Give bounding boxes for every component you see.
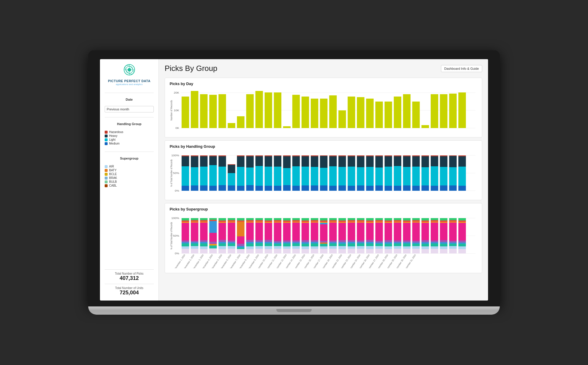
svg-rect-268 xyxy=(265,246,272,249)
svg-rect-438 xyxy=(440,242,447,244)
svg-rect-226 xyxy=(228,218,235,220)
svg-rect-336 xyxy=(338,222,346,223)
svg-rect-136 xyxy=(375,156,383,167)
svg-rect-144 xyxy=(394,156,401,166)
svg-rect-207 xyxy=(200,246,208,249)
svg-rect-429 xyxy=(431,242,438,243)
svg-rect-371 xyxy=(375,220,383,222)
svg-rect-433 xyxy=(440,218,447,220)
svg-rect-344 xyxy=(348,220,355,222)
svg-rect-294 xyxy=(292,243,300,246)
svg-rect-147 xyxy=(403,155,411,156)
svg-rect-189 xyxy=(182,246,189,249)
svg-rect-56 xyxy=(191,156,198,167)
svg-rect-455 xyxy=(458,240,466,243)
svg-rect-31 xyxy=(348,97,355,128)
svg-rect-367 xyxy=(366,243,374,246)
svg-rect-406 xyxy=(412,218,420,220)
svg-rect-394 xyxy=(394,243,401,246)
svg-rect-253 xyxy=(255,220,263,222)
svg-rect-133 xyxy=(366,167,374,186)
svg-rect-137 xyxy=(375,167,383,185)
bulb-dot xyxy=(105,180,108,183)
svg-rect-439 xyxy=(440,244,447,246)
screen-bezel: PICTURE PERFECT DATA applications and an… xyxy=(88,50,500,306)
svg-rect-30 xyxy=(338,110,346,128)
heavy-dot xyxy=(105,135,108,137)
svg-rect-61 xyxy=(200,167,208,185)
svg-rect-209 xyxy=(209,218,217,220)
svg-rect-417 xyxy=(422,222,429,223)
svg-rect-126 xyxy=(348,186,355,191)
svg-rect-281 xyxy=(283,222,291,223)
svg-rect-341 xyxy=(338,246,346,249)
svg-rect-101 xyxy=(292,166,300,186)
svg-rect-130 xyxy=(357,185,365,191)
svg-rect-380 xyxy=(385,220,392,222)
svg-rect-25 xyxy=(292,95,300,128)
svg-rect-353 xyxy=(357,220,365,222)
svg-rect-275 xyxy=(274,243,281,244)
cabl-label: CABL xyxy=(109,184,117,187)
svg-rect-286 xyxy=(283,246,291,249)
svg-rect-270 xyxy=(274,218,281,220)
svg-rect-141 xyxy=(385,167,392,186)
svg-rect-302 xyxy=(302,242,309,244)
svg-rect-120 xyxy=(338,156,346,167)
svg-rect-440 xyxy=(440,246,447,249)
svg-rect-110 xyxy=(311,185,318,191)
svg-rect-276 xyxy=(274,244,281,246)
svg-rect-21 xyxy=(255,91,263,128)
svg-rect-59 xyxy=(200,155,208,156)
supergroup-legend: AIR BATY BCLE BRAK xyxy=(105,165,154,188)
svg-rect-241 xyxy=(237,248,245,249)
svg-rect-139 xyxy=(385,155,392,156)
svg-rect-204 xyxy=(200,240,208,242)
svg-text:Number of Records: Number of Records xyxy=(170,100,173,121)
svg-rect-376 xyxy=(375,244,383,246)
logo-text-sub: applications and analytics xyxy=(116,83,143,86)
svg-rect-245 xyxy=(246,222,254,223)
svg-rect-290 xyxy=(292,222,300,223)
svg-rect-149 xyxy=(403,167,411,185)
svg-rect-156 xyxy=(422,156,429,167)
svg-rect-214 xyxy=(209,244,217,245)
cabl-dot xyxy=(105,184,108,187)
svg-rect-288 xyxy=(292,218,300,220)
svg-rect-397 xyxy=(403,218,411,220)
svg-rect-423 xyxy=(422,249,429,253)
svg-rect-358 xyxy=(357,243,365,246)
svg-rect-396 xyxy=(394,249,401,253)
picks-by-handling-svg: 100% 50% 0% % of Total Number of Records xyxy=(170,151,477,195)
svg-rect-372 xyxy=(375,222,383,223)
svg-rect-374 xyxy=(375,241,383,243)
svg-rect-412 xyxy=(412,244,420,246)
info-guide-button[interactable]: Dashboard Info & Guide xyxy=(441,65,482,72)
baty-dot xyxy=(105,169,108,172)
svg-rect-170 xyxy=(449,185,457,191)
svg-rect-23 xyxy=(274,92,281,128)
svg-rect-238 xyxy=(237,236,245,244)
picks-by-supergroup-container: 100% 50% 0% % of Total Number of Records xyxy=(170,214,477,269)
brak-dot xyxy=(105,177,108,180)
svg-rect-306 xyxy=(311,218,318,220)
svg-rect-334 xyxy=(338,218,346,220)
svg-rect-107 xyxy=(311,155,318,156)
svg-rect-72 xyxy=(228,165,235,173)
svg-rect-115 xyxy=(329,155,337,156)
svg-rect-404 xyxy=(403,246,411,249)
svg-rect-244 xyxy=(246,220,254,222)
svg-rect-274 xyxy=(274,241,281,243)
svg-rect-448 xyxy=(449,244,457,246)
supergroup-label: Supergroup xyxy=(105,157,154,160)
svg-rect-400 xyxy=(403,223,411,240)
svg-rect-94 xyxy=(274,186,281,191)
svg-rect-109 xyxy=(311,167,318,185)
svg-rect-87 xyxy=(265,155,272,156)
date-dropdown[interactable]: Previous month Current month Last 7 days… xyxy=(105,106,154,112)
svg-rect-77 xyxy=(237,167,245,186)
svg-rect-260 xyxy=(255,249,263,253)
picks-by-day-card: Picks by Day 20K 10K 0K xyxy=(165,78,482,137)
svg-rect-100 xyxy=(292,156,300,166)
total-picks-value: 407,312 xyxy=(105,275,154,281)
